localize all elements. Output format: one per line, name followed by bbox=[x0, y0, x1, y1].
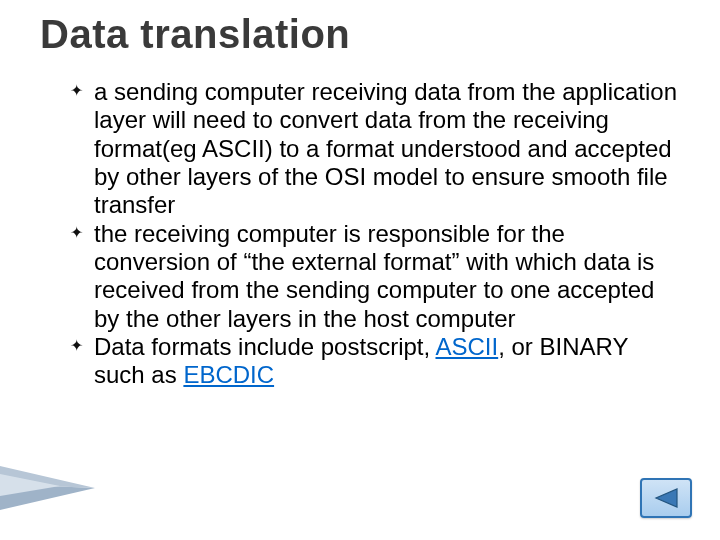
list-item-text: the receiving computer is responsible fo… bbox=[94, 220, 654, 332]
back-button[interactable] bbox=[640, 478, 692, 518]
bullet-icon: ✦ bbox=[70, 84, 84, 98]
list-item-text: Data formats include postscript, ASCII, … bbox=[94, 333, 628, 388]
text-link[interactable]: ASCII bbox=[435, 333, 498, 360]
bullet-icon: ✦ bbox=[70, 226, 84, 240]
svg-marker-3 bbox=[656, 489, 677, 507]
list-item: ✦ Data formats include postscript, ASCII… bbox=[72, 333, 682, 390]
text-link[interactable]: EBCDIC bbox=[183, 361, 274, 388]
bullet-list: ✦ a sending computer receiving data from… bbox=[72, 78, 682, 389]
corner-decoration bbox=[0, 466, 95, 510]
bullet-icon: ✦ bbox=[70, 339, 84, 353]
list-item: ✦ the receiving computer is responsible … bbox=[72, 220, 682, 333]
slide-title: Data translation bbox=[40, 12, 350, 57]
slide-body: ✦ a sending computer receiving data from… bbox=[72, 78, 682, 389]
list-item: ✦ a sending computer receiving data from… bbox=[72, 78, 682, 220]
triangle-left-icon bbox=[653, 488, 679, 508]
slide: Data translation ✦ a sending computer re… bbox=[0, 0, 720, 540]
list-item-text: a sending computer receiving data from t… bbox=[94, 78, 677, 218]
